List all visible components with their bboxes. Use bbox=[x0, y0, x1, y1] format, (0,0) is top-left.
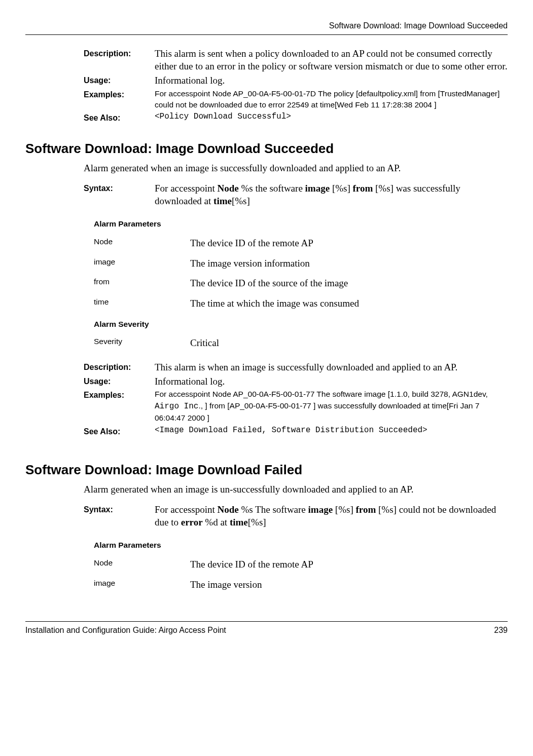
alarm-severity-heading: Alarm Severity bbox=[94, 319, 508, 330]
usage-row: Usage: Informational log. bbox=[84, 74, 508, 87]
param-desc: The image version bbox=[190, 578, 508, 591]
usage-label: Usage: bbox=[84, 375, 155, 388]
param-row: image The image version bbox=[94, 578, 508, 591]
seealso-text: <Policy Download Successful> bbox=[155, 111, 508, 124]
running-header: Software Download: Image Download Succee… bbox=[25, 20, 508, 31]
examples-row: Examples: For accesspoint Node AP_00-0A-… bbox=[84, 88, 508, 111]
description-label: Description: bbox=[84, 47, 155, 73]
param-desc: The time at which the image was consumed bbox=[190, 297, 508, 310]
severity-name: Severity bbox=[94, 336, 190, 350]
seealso-label: See Also: bbox=[84, 111, 155, 124]
syntax-text: For accesspoint Node %s the software ima… bbox=[155, 182, 508, 208]
syntax-row: Syntax: For accesspoint Node %s The soft… bbox=[84, 503, 508, 529]
section-intro: Alarm generated when an image is success… bbox=[84, 162, 508, 175]
syntax-row: Syntax: For accesspoint Node %s the soft… bbox=[84, 182, 508, 208]
footer: Installation and Configuration Guide: Ai… bbox=[25, 621, 508, 636]
examples-text: For accesspoint Node AP_00-0A-F5-00-01-7… bbox=[155, 88, 508, 111]
param-row: image The image version information bbox=[94, 257, 508, 270]
footer-left: Installation and Configuration Guide: Ai… bbox=[25, 625, 226, 636]
examples-label: Examples: bbox=[84, 389, 155, 424]
alarm-parameters-block: Alarm Parameters Node The device ID of t… bbox=[94, 540, 508, 591]
param-name: from bbox=[94, 277, 190, 290]
description-text: This alarm is when an image is successfu… bbox=[155, 361, 508, 374]
severity-row: Severity Critical bbox=[94, 336, 508, 350]
param-name: Node bbox=[94, 558, 190, 571]
param-row: Node The device ID of the remote AP bbox=[94, 558, 508, 571]
param-desc: The device ID of the source of the image bbox=[190, 277, 508, 290]
usage-row: Usage: Informational log. bbox=[84, 375, 508, 388]
examples-text: For accesspoint Node AP_00-0A-F5-00-01-7… bbox=[155, 389, 508, 424]
severity-value: Critical bbox=[190, 336, 508, 350]
param-row: Node The device ID of the remote AP bbox=[94, 237, 508, 250]
section-title-failed: Software Download: Image Download Failed bbox=[25, 461, 508, 479]
syntax-label: Syntax: bbox=[84, 182, 155, 208]
syntax-text: For accesspoint Node %s The software ima… bbox=[155, 503, 508, 529]
alarm-parameters-heading: Alarm Parameters bbox=[94, 540, 508, 551]
description-row: Description: This alarm is when an image… bbox=[84, 361, 508, 374]
description-label: Description: bbox=[84, 361, 155, 374]
param-desc: The device ID of the remote AP bbox=[190, 237, 508, 250]
syntax-label: Syntax: bbox=[84, 503, 155, 529]
param-row: from The device ID of the source of the … bbox=[94, 277, 508, 290]
seealso-label: See Also: bbox=[84, 425, 155, 437]
footer-page-number: 239 bbox=[494, 625, 508, 636]
alarm-parameters-block: Alarm Parameters Node The device ID of t… bbox=[94, 219, 508, 350]
header-rule bbox=[25, 34, 508, 35]
seealso-row: See Also: <Image Download Failed, Softwa… bbox=[84, 425, 508, 437]
param-name: Node bbox=[94, 237, 190, 250]
section-title-succeeded: Software Download: Image Download Succee… bbox=[25, 140, 508, 158]
footer-rule bbox=[25, 621, 508, 622]
param-desc: The image version information bbox=[190, 257, 508, 270]
usage-label: Usage: bbox=[84, 74, 155, 87]
section-intro: Alarm generated when an image is un-succ… bbox=[84, 483, 508, 496]
description-text: This alarm is sent when a policy downloa… bbox=[155, 47, 508, 73]
description-row: Description: This alarm is sent when a p… bbox=[84, 47, 508, 73]
param-name: time bbox=[94, 297, 190, 310]
usage-text: Informational log. bbox=[155, 375, 508, 388]
seealso-text: <Image Download Failed, Software Distrib… bbox=[155, 425, 508, 437]
param-name: image bbox=[94, 257, 190, 270]
examples-row: Examples: For accesspoint Node AP_00-0A-… bbox=[84, 389, 508, 424]
alarm-parameters-heading: Alarm Parameters bbox=[94, 219, 508, 230]
seealso-row: See Also: <Policy Download Successful> bbox=[84, 111, 508, 124]
usage-text: Informational log. bbox=[155, 74, 508, 87]
param-row: time The time at which the image was con… bbox=[94, 297, 508, 310]
param-name: image bbox=[94, 578, 190, 591]
examples-label: Examples: bbox=[84, 88, 155, 111]
param-desc: The device ID of the remote AP bbox=[190, 558, 508, 571]
